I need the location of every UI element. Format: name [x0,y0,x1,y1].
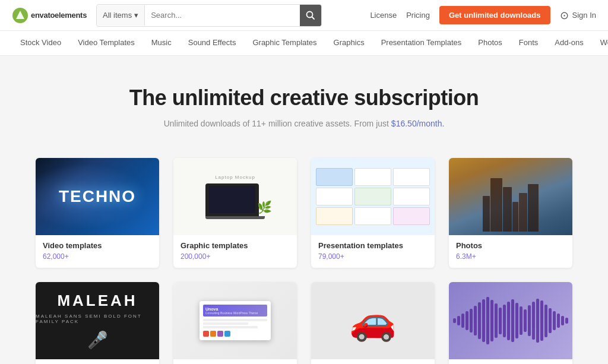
search-input[interactable] [145,5,300,26]
techno-text: TECHNO [59,187,136,206]
signin-area[interactable]: ⊙ Sign In [560,9,596,22]
card-title-photos: Photos [456,241,565,250]
pricing-link[interactable]: Pricing [406,11,430,20]
card-graphic-templates[interactable]: Laptop Mockup 🌿 Graphic templates 200,00… [173,158,297,268]
wp-brand: Unova [205,307,258,311]
wp-dot-purple [217,331,223,337]
card-image-3d: 🚗 [311,282,435,359]
search-button[interactable] [300,5,321,26]
card-3d[interactable]: 🚗 3D 140,000+ [311,282,435,364]
card-photos[interactable]: Photos 6.3M+ [449,158,572,268]
waveform-bar-20 [536,299,539,343]
wp-line-3 [203,326,258,328]
waveform-bar-10 [495,303,498,338]
pres-slide-6 [393,188,430,205]
nav-item-stock-video[interactable]: Stock Video [12,31,69,56]
nav-item-web-templates[interactable]: Web Templates [592,31,608,56]
wp-line-1 [203,319,267,321]
card-presentation-templates[interactable]: Presentation templates 79,000+ [311,158,435,268]
waveform-bar-21 [540,300,543,341]
header-nav: License Pricing Get unlimited downloads … [370,6,596,24]
svg-line-3 [312,17,315,19]
font-name-text: MALEAH [57,292,137,310]
wp-color-dots [203,331,267,337]
pres-slide-3 [393,168,430,186]
waveform-bar-11 [499,308,502,334]
hero-subtitle: Unlimited downloads of 11+ million creat… [12,119,596,128]
logo[interactable]: envatoelements [12,7,87,24]
search-category-dropdown[interactable]: All items ▾ [97,5,145,26]
waveform-bar-3 [466,311,468,330]
pres-slide-5 [354,188,391,205]
waveform-bar-27 [565,318,568,324]
card-wordpress[interactable]: Unova Consulting Business WordPress Them… [173,282,297,364]
wp-dot-orange [210,331,216,337]
pres-slide-9 [393,207,430,225]
wp-header-content: Unova Consulting Business WordPress Them… [205,307,258,315]
card-info-fonts: Fonts 29,000+ [36,359,159,364]
card-info-3d: 3D 140,000+ [311,359,435,364]
building-1 [483,196,490,232]
pres-slide-8 [354,207,391,225]
nav-item-add-ons[interactable]: Add-ons [546,31,591,56]
license-link[interactable]: License [370,11,397,20]
waveform-bar-25 [557,314,560,328]
card-info-video-templates: Video templates 62,000+ [36,235,159,268]
waveform-bar-12 [503,305,506,337]
laptop-base [205,216,265,219]
search-category-label: All items [103,11,132,20]
car-icon: 🚗 [349,302,397,340]
nav-item-photos[interactable]: Photos [470,31,510,56]
card-royalty-free-music[interactable]: Royalty-Free Music 120,000+ [449,282,572,364]
nav-item-music[interactable]: Music [143,31,180,56]
main-content: TECHNO Video templates 62,000+ Laptop Mo… [0,146,608,364]
waveform-bar-4 [470,309,473,333]
waveform-bar-13 [507,302,510,340]
chevron-down-icon: ▾ [134,11,138,20]
card-count-graphic-templates: 200,000+ [180,252,290,261]
pres-slide-4 [316,188,353,205]
laptop-container: 🌿 [205,183,265,219]
card-image-photos [449,158,572,235]
building-2 [490,178,502,232]
font-tagline: MALEAH SANS SEMI BOLD FONT FAMILY PACK [36,314,159,324]
nav-item-sound-effects[interactable]: Sound Effects [180,31,245,56]
waveform-bar-14 [511,299,514,342]
nav-item-video-templates[interactable]: Video Templates [69,31,143,56]
waveform-bar-18 [528,305,531,336]
waveform-bar-6 [478,302,481,339]
card-image-fonts: MALEAH MALEAH SANS SEMI BOLD FONT FAMILY… [36,282,159,359]
waveform-bar-17 [524,309,527,332]
laptop-mockup-title: Laptop Mockup [215,175,255,180]
card-video-templates[interactable]: TECHNO Video templates 62,000+ [36,158,159,268]
card-count-presentation-templates: 79,000+ [318,252,428,261]
nav-item-presentation-templates[interactable]: Presentation Templates [373,31,470,56]
card-fonts[interactable]: MALEAH MALEAH SANS SEMI BOLD FONT FAMILY… [36,282,159,364]
card-title-presentation-templates: Presentation templates [318,241,428,250]
waveform-bar-26 [561,316,564,325]
card-image-graphic-templates: Laptop Mockup 🌿 [173,158,297,235]
card-info-presentation-templates: Presentation templates 79,000+ [311,235,435,268]
card-info-wordpress: WordPress 5,000+ [173,359,297,364]
hero-section: The unlimited creative subscription Unli… [0,56,608,146]
waveform-bar-22 [544,305,547,337]
search-icon [306,11,315,20]
pres-slide-1 [316,168,353,186]
waveform-bar-24 [553,311,556,330]
nav-item-graphic-templates[interactable]: Graphic Templates [244,31,325,56]
laptop-body [205,183,259,216]
get-unlimited-downloads-button[interactable]: Get unlimited downloads [439,6,550,24]
waveform-bar-2 [461,314,464,328]
building-6 [528,184,539,232]
logo-text: envatoelements [31,11,87,20]
plant-icon: 🌿 [257,200,272,214]
wordpress-mockup: Unova Consulting Business WordPress Them… [200,301,271,340]
card-count-video-templates: 62,000+ [43,252,152,261]
card-info-photos: Photos 6.3M+ [449,235,572,268]
nav-item-fonts[interactable]: Fonts [511,31,547,56]
card-image-music [449,282,572,359]
buildings-skyline [452,178,569,232]
card-title-video-templates: Video templates [43,241,152,250]
building-3 [503,187,512,232]
nav-item-graphics[interactable]: Graphics [325,31,373,56]
